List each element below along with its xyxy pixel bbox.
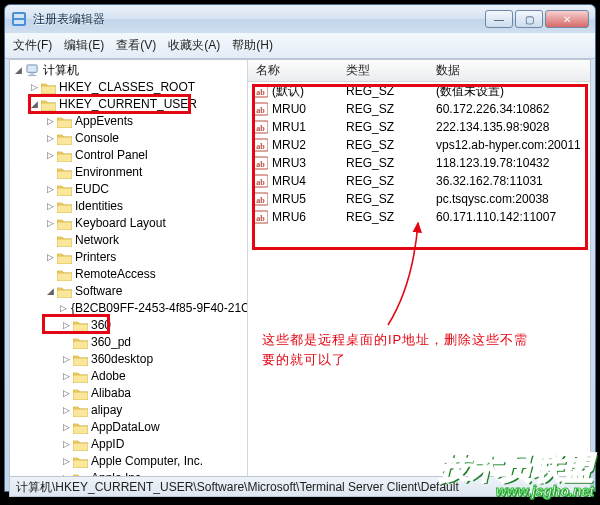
menu-favorites[interactable]: 收藏夹(A) <box>168 37 220 54</box>
folder-icon <box>73 404 88 417</box>
list-row[interactable]: MRU0REG_SZ60.172.226.34:10862 <box>248 100 590 118</box>
maximize-button[interactable]: ▢ <box>515 10 543 28</box>
expand-icon[interactable]: ▷ <box>44 252 56 264</box>
tree-pane[interactable]: ◢ 计算机 ▷ HKEY_CLASSES_ROOT ◢ HKEY_CURRENT… <box>10 60 248 476</box>
value-data: 60.172.226.34:10862 <box>428 102 590 116</box>
collapse-icon[interactable]: ◢ <box>12 65 24 77</box>
tree-item[interactable]: 360_pd <box>10 334 247 351</box>
expand-icon[interactable]: ▷ <box>44 184 56 196</box>
folder-icon <box>41 81 56 94</box>
col-name[interactable]: 名称 <box>248 62 338 79</box>
blank-icon <box>44 235 56 247</box>
folder-icon <box>57 115 72 128</box>
app-icon <box>11 11 27 27</box>
tree-root[interactable]: ◢ 计算机 <box>10 62 247 79</box>
tree-item[interactable]: ▷Printers <box>10 249 247 266</box>
menubar: 文件(F) 编辑(E) 查看(V) 收藏夹(A) 帮助(H) <box>5 33 595 59</box>
tree-item[interactable]: ▷EUDC <box>10 181 247 198</box>
list-header: 名称 类型 数据 <box>248 60 590 82</box>
expand-icon[interactable]: ▷ <box>44 218 56 230</box>
tree-item[interactable]: ▷Alibaba <box>10 385 247 402</box>
blank-icon <box>60 337 72 349</box>
col-data[interactable]: 数据 <box>428 62 590 79</box>
tree-item[interactable]: Network <box>10 232 247 249</box>
expand-icon[interactable]: ▷ <box>44 150 56 162</box>
close-button[interactable]: ✕ <box>545 10 589 28</box>
tree-item[interactable]: ▷alipay <box>10 402 247 419</box>
value-data: pc.tsqysc.com:20038 <box>428 192 590 206</box>
folder-icon <box>57 132 72 145</box>
value-name: MRU3 <box>272 156 306 170</box>
expand-icon[interactable]: ▷ <box>60 405 72 417</box>
tree-item[interactable]: Environment <box>10 164 247 181</box>
expand-icon[interactable]: ▷ <box>60 473 72 477</box>
string-value-icon <box>254 84 268 98</box>
col-type[interactable]: 类型 <box>338 62 428 79</box>
svg-rect-6 <box>14 14 24 18</box>
expand-icon[interactable]: ▷ <box>60 388 72 400</box>
folder-icon <box>73 353 88 366</box>
string-value-icon <box>254 174 268 188</box>
tree-item[interactable]: RemoteAccess <box>10 266 247 283</box>
list-row[interactable]: MRU1REG_SZ222.134.135.98:9028 <box>248 118 590 136</box>
collapse-icon[interactable]: ◢ <box>28 99 40 111</box>
tree-item[interactable]: ▷360desktop <box>10 351 247 368</box>
menu-file[interactable]: 文件(F) <box>13 37 52 54</box>
expand-icon[interactable]: ▷ <box>44 133 56 145</box>
value-name: MRU0 <box>272 102 306 116</box>
titlebar[interactable]: 注册表编辑器 — ▢ ✕ <box>5 5 595 33</box>
value-type: REG_SZ <box>338 210 428 224</box>
tree-item[interactable]: ▷Apple Computer, Inc. <box>10 453 247 470</box>
list-row[interactable]: MRU4REG_SZ36.32.162.78:11031 <box>248 172 590 190</box>
value-data: (数值未设置) <box>428 83 590 100</box>
folder-icon <box>57 149 72 162</box>
value-data: 118.123.19.78:10432 <box>428 156 590 170</box>
folder-icon <box>73 336 88 349</box>
folder-icon <box>73 387 88 400</box>
value-type: REG_SZ <box>338 120 428 134</box>
menu-view[interactable]: 查看(V) <box>116 37 156 54</box>
tree-item[interactable]: ▷{B2CB09FF-2453-4f85-9F40-21C05E <box>10 300 247 317</box>
collapse-icon[interactable]: ◢ <box>44 286 56 298</box>
expand-icon[interactable]: ▷ <box>60 439 72 451</box>
tree-item[interactable]: ▷Adobe <box>10 368 247 385</box>
expand-icon[interactable]: ▷ <box>60 371 72 383</box>
window-title: 注册表编辑器 <box>33 11 485 28</box>
tree-item[interactable]: ▷Control Panel <box>10 147 247 164</box>
expand-icon[interactable]: ▷ <box>28 82 40 94</box>
expand-icon[interactable]: ▷ <box>44 116 56 128</box>
list-row[interactable]: MRU6REG_SZ60.171.110.142:11007 <box>248 208 590 226</box>
expand-icon[interactable]: ▷ <box>60 456 72 468</box>
tree-hkcr[interactable]: ▷ HKEY_CLASSES_ROOT <box>10 79 247 96</box>
list-row[interactable]: MRU2REG_SZvps12.ab-hyper.com:20011 <box>248 136 590 154</box>
tree-item[interactable]: ▷AppID <box>10 436 247 453</box>
annotation-text: 这些都是远程桌面的IP地址，删除这些不需 要的就可以了 <box>262 330 528 370</box>
expand-icon[interactable]: ▷ <box>60 354 72 366</box>
expand-icon[interactable]: ▷ <box>44 201 56 213</box>
value-type: REG_SZ <box>338 84 428 98</box>
list-row[interactable]: MRU3REG_SZ118.123.19.78:10432 <box>248 154 590 172</box>
expand-icon[interactable]: ▷ <box>60 320 72 332</box>
expand-icon[interactable]: ▷ <box>60 422 72 434</box>
tree-item[interactable]: ▷Apple Inc. <box>10 470 247 476</box>
folder-icon <box>73 421 88 434</box>
tree-software[interactable]: ◢Software <box>10 283 247 300</box>
list-row[interactable]: (默认)REG_SZ(数值未设置) <box>248 82 590 100</box>
string-value-icon <box>254 138 268 152</box>
tree-item[interactable]: ▷Console <box>10 130 247 147</box>
tree-item[interactable]: ▷Identities <box>10 198 247 215</box>
folder-icon <box>41 98 56 111</box>
tree-item[interactable]: ▷360 <box>10 317 247 334</box>
list-pane[interactable]: 名称 类型 数据 (默认)REG_SZ(数值未设置)MRU0REG_SZ60.1… <box>248 60 590 476</box>
minimize-button[interactable]: — <box>485 10 513 28</box>
tree-hkcu[interactable]: ◢ HKEY_CURRENT_USER <box>10 96 247 113</box>
list-row[interactable]: MRU5REG_SZpc.tsqysc.com:20038 <box>248 190 590 208</box>
value-name: MRU2 <box>272 138 306 152</box>
menu-edit[interactable]: 编辑(E) <box>64 37 104 54</box>
tree-item[interactable]: ▷AppDataLow <box>10 419 247 436</box>
expand-icon[interactable]: ▷ <box>60 303 67 315</box>
tree-item[interactable]: ▷Keyboard Layout <box>10 215 247 232</box>
menu-help[interactable]: 帮助(H) <box>232 37 273 54</box>
folder-icon <box>73 455 88 468</box>
tree-item[interactable]: ▷AppEvents <box>10 113 247 130</box>
